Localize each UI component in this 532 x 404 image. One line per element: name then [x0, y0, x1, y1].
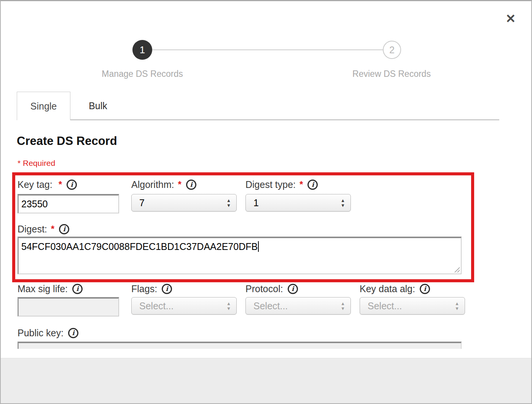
required-asterisk: * [178, 179, 182, 190]
tab-bulk-label: Bulk [89, 100, 107, 111]
max-sig-life-label: Max sig life: i [18, 283, 83, 295]
resize-handle-icon[interactable] [453, 266, 460, 272]
step-1-indicator: 1 [132, 40, 152, 60]
info-icon[interactable]: i [288, 284, 298, 294]
flags-placeholder: Select... [139, 301, 226, 312]
public-key-label: Public key: i [18, 327, 78, 339]
close-button[interactable]: ✕ [502, 10, 519, 27]
key-data-alg-label: Key data alg: i [360, 283, 430, 295]
public-key-textarea[interactable] [18, 342, 462, 349]
modal-footer: Cancel Back Next [1, 358, 531, 403]
key-data-alg-select[interactable]: Select... ▲ ▼ [360, 297, 465, 315]
info-icon[interactable]: i [67, 180, 77, 190]
close-icon: ✕ [506, 13, 516, 25]
select-arrows-icon: ▲ ▼ [341, 302, 345, 310]
info-icon[interactable]: i [186, 180, 196, 190]
select-arrows-icon: ▲ ▼ [226, 302, 231, 310]
digest-label: Digest: * i [18, 223, 69, 235]
step-2-label: Review DS Records [352, 69, 431, 79]
key-tag-value: 23550 [21, 199, 48, 210]
digest-type-select[interactable]: 1 ▲ ▼ [245, 194, 351, 212]
tab-single-label: Single [30, 101, 57, 112]
info-icon[interactable]: i [59, 224, 69, 234]
info-icon[interactable]: i [420, 284, 430, 294]
text-caret [258, 241, 259, 252]
tab-bar-divider [70, 119, 499, 120]
required-asterisk: * [51, 224, 54, 234]
step-1-number: 1 [140, 44, 145, 56]
protocol-select[interactable]: Select... ▲ ▼ [245, 297, 351, 315]
step-2-indicator: 2 [383, 41, 401, 59]
tab-single[interactable]: Single [17, 92, 70, 120]
digest-type-label: Digest type: * i [245, 178, 318, 191]
algorithm-select[interactable]: 7 ▲ ▼ [131, 194, 237, 212]
flags-label: Flags: i [131, 283, 172, 295]
protocol-label: Protocol: i [245, 283, 298, 295]
required-note: * Required [18, 159, 55, 168]
protocol-placeholder: Select... [253, 301, 341, 312]
digest-textarea[interactable]: 54FCF030AA1C79C0088FDEC1BD1C37DAA2E70DFB [18, 237, 462, 274]
step-2-number: 2 [389, 45, 395, 56]
stepper-connector-line [152, 49, 383, 50]
info-icon[interactable]: i [68, 328, 78, 338]
select-arrows-icon: ▲ ▼ [341, 199, 345, 207]
digest-value: 54FCF030AA1C79C0088FDEC1BD1C37DAA2E70DFB [21, 241, 258, 252]
info-icon[interactable]: i [307, 180, 318, 190]
info-icon[interactable]: i [162, 284, 172, 294]
step-1-label: Manage DS Records [102, 69, 183, 79]
max-sig-life-input[interactable] [18, 297, 119, 317]
key-tag-input[interactable]: 23550 [18, 194, 119, 213]
required-asterisk: * [299, 179, 303, 190]
key-tag-label: Key tag: * i [18, 178, 77, 191]
flags-select[interactable]: Select... ▲ ▼ [131, 297, 237, 315]
tab-bulk[interactable]: Bulk [70, 92, 126, 119]
select-arrows-icon: ▲ ▼ [226, 199, 231, 207]
key-data-alg-placeholder: Select... [368, 301, 455, 312]
digest-type-value: 1 [253, 197, 341, 208]
info-icon[interactable]: i [72, 284, 83, 294]
algorithm-value: 7 [139, 197, 226, 208]
required-asterisk: * [59, 179, 62, 190]
create-ds-record-modal: ✕ 1 2 Manage DS Records Review DS Record… [0, 0, 532, 404]
algorithm-label: Algorithm: * i [131, 178, 196, 191]
page-title: Create DS Record [17, 134, 117, 148]
select-arrows-icon: ▲ ▼ [455, 302, 459, 310]
